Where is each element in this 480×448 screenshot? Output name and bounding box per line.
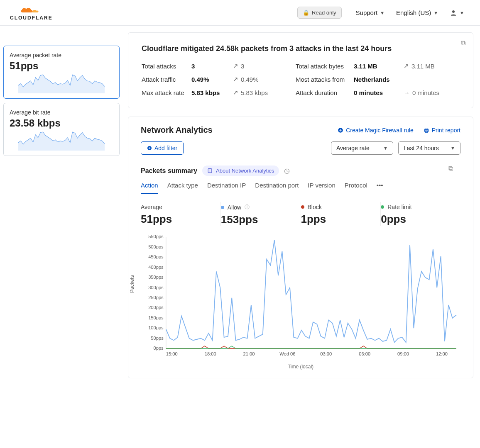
legend-dot xyxy=(381,205,384,209)
stat-delta: ↗3.11 MB xyxy=(404,62,445,70)
stat-value: 3 xyxy=(191,63,233,70)
arrow-icon: ↗ xyxy=(233,89,238,96)
expand-icon[interactable]: ⧉ xyxy=(448,165,453,172)
add-filter-label: Add filter xyxy=(154,145,177,151)
stat-delta: ↗5.83 kbps xyxy=(233,89,270,96)
tab-action[interactable]: Action xyxy=(141,182,158,194)
chevron-down-icon: ▼ xyxy=(460,10,464,15)
arrow-icon: ↗ xyxy=(404,62,409,70)
clock-icon: ◷ xyxy=(284,167,290,175)
mitigation-stats-left: Total attacks3↗3Attack traffic0.49%↗0.49… xyxy=(142,62,270,96)
svg-text:18:00: 18:00 xyxy=(205,351,216,356)
network-title: Network Analytics xyxy=(141,125,213,135)
metric-cards: Average packet rate 51pps Average bit ra… xyxy=(3,32,120,156)
svg-text:12:00: 12:00 xyxy=(436,351,448,356)
svg-text:550pps: 550pps xyxy=(148,234,164,239)
tab-ip-version[interactable]: IP version xyxy=(308,182,335,194)
mitigation-stats-right: Total attack bytes3.11 MB↗3.11 MBMost at… xyxy=(296,62,445,96)
add-filter-button[interactable]: Add filter xyxy=(141,141,184,155)
expand-icon[interactable]: ⧉ xyxy=(461,39,465,47)
svg-text:150pps: 150pps xyxy=(148,315,164,320)
tab-attack-type[interactable]: Attack type xyxy=(167,182,198,194)
support-menu[interactable]: Support ▼ xyxy=(356,9,384,16)
bit-rate-label: Average bit rate xyxy=(10,109,113,116)
stat-delta: ↗3 xyxy=(233,62,270,70)
create-rule-label: Create Magic Firewall rule xyxy=(346,127,414,134)
about-analytics-pill[interactable]: About Network Analytics xyxy=(202,166,279,176)
readonly-badge[interactable]: 🔒 Read only xyxy=(297,7,342,19)
arrow-icon: → xyxy=(404,89,410,96)
chevron-down-icon: ▼ xyxy=(380,10,384,15)
packet-rate-label: Average packet rate xyxy=(10,52,113,58)
stat-key: Max attack rate xyxy=(142,89,191,96)
plus-circle-icon xyxy=(338,127,343,133)
stat-value: 5.83 kbps xyxy=(191,89,233,96)
mitigation-panel: Cloudflare mitigated 24.58k packets from… xyxy=(128,32,473,108)
svg-text:200pps: 200pps xyxy=(148,305,164,310)
packet-rate-value: 51pps xyxy=(10,60,113,72)
chart-xlabel: Time (local) xyxy=(141,364,460,370)
language-menu[interactable]: English (US) ▼ xyxy=(396,9,438,16)
bit-rate-sparkline xyxy=(10,131,113,151)
network-analytics-panel: Network Analytics Create Magic Firewall … xyxy=(128,117,473,378)
create-firewall-rule-link[interactable]: Create Magic Firewall rule xyxy=(338,127,414,134)
svg-text:50pps: 50pps xyxy=(151,336,164,341)
user-menu[interactable]: ▼ xyxy=(450,9,464,17)
stat-delta: ↗0.49% xyxy=(233,75,270,83)
bit-rate-value: 23.58 kbps xyxy=(10,117,113,129)
tab-destination-port[interactable]: Destination port xyxy=(255,182,299,194)
svg-text:100pps: 100pps xyxy=(148,325,164,330)
packets-summary-title: Packets summary xyxy=(141,167,197,175)
svg-text:21:00: 21:00 xyxy=(243,351,255,356)
chevron-down-icon: ▼ xyxy=(451,146,455,151)
arrow-icon: ↗ xyxy=(233,75,238,83)
svg-text:500pps: 500pps xyxy=(148,244,164,249)
packet-rate-sparkline xyxy=(10,73,113,93)
user-icon xyxy=(450,9,457,17)
packets-stats: Average51ppsAllowⓘ153ppsBlock1ppsRate li… xyxy=(141,202,460,226)
chevron-down-icon: ▼ xyxy=(433,10,438,15)
brand-text: CLOUDFLARE xyxy=(10,15,53,21)
stat-value: 3.11 MB xyxy=(354,63,404,70)
stat-allow: Allowⓘ153pps xyxy=(221,202,301,226)
legend-dot xyxy=(221,206,224,209)
stat-key: Attack duration xyxy=(296,89,354,96)
book-icon xyxy=(207,168,213,173)
stat-key: Most attacks from xyxy=(296,76,354,83)
info-icon[interactable]: ⓘ xyxy=(245,204,250,211)
svg-text:Wed 06: Wed 06 xyxy=(279,351,295,356)
stat-average: Average51pps xyxy=(141,202,221,226)
cloud-icon xyxy=(20,5,42,14)
stat-key: Total attack bytes xyxy=(296,63,354,70)
svg-text:250pps: 250pps xyxy=(148,295,164,300)
packets-chart: Packets 0pps50pps100pps150pps200pps250pp… xyxy=(141,233,460,361)
stat-delta: →0 minutes xyxy=(404,89,445,96)
timerange-select-value: Last 24 hours xyxy=(404,145,439,151)
svg-text:06:00: 06:00 xyxy=(359,351,370,356)
support-label: Support xyxy=(356,9,378,16)
card-packet-rate[interactable]: Average packet rate 51pps xyxy=(3,46,120,99)
svg-text:350pps: 350pps xyxy=(148,275,164,280)
svg-text:09:00: 09:00 xyxy=(397,351,409,356)
svg-text:450pps: 450pps xyxy=(148,254,164,259)
divider xyxy=(283,62,283,96)
print-report-link[interactable]: Print report xyxy=(424,127,460,134)
stat-value: 0.49% xyxy=(191,76,233,83)
plus-circle-icon xyxy=(147,146,152,151)
stat-key: Total attacks xyxy=(142,63,191,70)
lock-icon: 🔒 xyxy=(303,10,309,16)
timerange-select[interactable]: Last 24 hours ▼ xyxy=(398,141,460,155)
stat-key: Attack traffic xyxy=(142,76,191,83)
legend-dot xyxy=(301,205,304,209)
stat-value: Netherlands xyxy=(354,76,404,83)
tab-protocol[interactable]: Protocol xyxy=(345,182,367,194)
stat-block: Block1pps xyxy=(301,202,381,226)
svg-text:03:00: 03:00 xyxy=(320,351,332,356)
tabs-more[interactable]: ••• xyxy=(377,182,383,194)
print-report-label: Print report xyxy=(432,127,460,134)
tab-destination-ip[interactable]: Destination IP xyxy=(207,182,246,194)
about-analytics-label: About Network Analytics xyxy=(216,168,274,174)
metric-select[interactable]: Average rate ▼ xyxy=(331,141,393,155)
card-bit-rate[interactable]: Average bit rate 23.58 kbps xyxy=(3,103,120,156)
svg-text:300pps: 300pps xyxy=(148,285,164,290)
